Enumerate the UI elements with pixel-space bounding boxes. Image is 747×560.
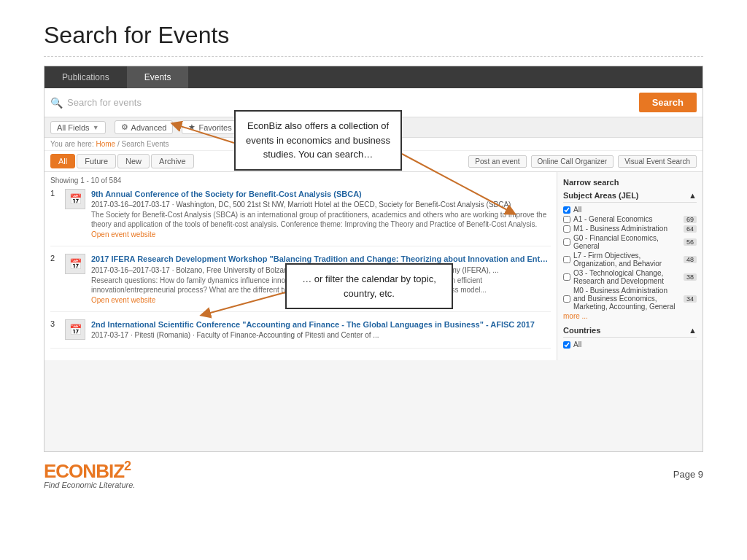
logo-biz: BIZ — [96, 460, 124, 482]
filter-m0-count: 34 — [684, 295, 697, 303]
filter-item-m1: M1 - Business Administration 64 — [563, 225, 697, 233]
results-count: Showing 1 - 10 of 584 — [50, 176, 551, 184]
search-button[interactable]: Search — [639, 93, 697, 112]
all-fields-filter[interactable]: All Fields ▼ — [50, 121, 106, 134]
filter-item-l7: L7 - Firm Objectives, Organization, and … — [563, 252, 697, 268]
tab-all[interactable]: All — [50, 154, 75, 168]
subject-areas-label: Subject Areas (JEL) — [563, 191, 639, 200]
bottom-bar: ECONBIZ2 Find Economic Literature. Page … — [0, 452, 747, 489]
filter-g0-checkbox[interactable] — [563, 238, 570, 246]
post-event-button[interactable]: Post an event — [468, 155, 526, 168]
filter-a1-label: A1 - General Economics — [573, 215, 652, 223]
tab-actions: Post an event Online Call Organizer Visu… — [468, 155, 697, 168]
chevron-down-icon: ▼ — [93, 124, 99, 131]
narrow-search-title: Narrow search — [563, 178, 697, 187]
countries-section: Countries ▲ — [563, 326, 697, 338]
filter-m1-label: M1 - Business Administration — [573, 225, 667, 233]
filter-m0-label: M0 - Business Administration and Busines… — [573, 287, 681, 311]
result-date: 2017-03-17 · Pitesti (Romania) · Faculty… — [91, 331, 551, 339]
all-fields-label: All Fields — [57, 123, 90, 132]
filter-countries-all-label: All — [573, 341, 581, 349]
gear-icon: ⚙ — [121, 122, 128, 132]
filter-item-all: All — [563, 206, 697, 214]
filter-countries-all-checkbox[interactable] — [563, 341, 570, 349]
subject-areas-section: Subject Areas (JEL) ▲ — [563, 191, 697, 203]
filter-m1-count: 64 — [684, 225, 697, 233]
logo-econ: ECON — [44, 460, 96, 482]
nav-tab-events[interactable]: Events — [127, 66, 189, 88]
collapse-icon[interactable]: ▲ — [689, 191, 697, 200]
calendar-icon: 📅 — [65, 254, 85, 274]
online-call-organizer-button[interactable]: Online Call Organizer — [531, 155, 614, 168]
filter-o3-label: O3 - Technological Change, Research and … — [573, 269, 681, 285]
result-number: 1 — [50, 189, 59, 238]
callout-filter-info: … or filter the calendar by topic, count… — [285, 263, 453, 309]
search-icon: 🔍 — [50, 97, 63, 109]
page-title: Search for Events — [0, 0, 747, 56]
breadcrumb-home[interactable]: Home — [96, 140, 115, 148]
filter-l7-label: L7 - Firm Objectives, Organization, and … — [573, 252, 681, 268]
filter-l7-count: 48 — [684, 256, 697, 263]
result-body: 2nd International Scientific Conference … — [91, 319, 551, 341]
result-date: 2017-03-16–2017-03-17 · Washington, DC, … — [91, 201, 551, 209]
breadcrumb-current: Search Events — [122, 140, 169, 148]
logo-tagline: Find Economic Literature. — [44, 481, 135, 489]
tab-future[interactable]: Future — [77, 154, 116, 168]
filter-o3-checkbox[interactable] — [563, 273, 570, 281]
favorites-label: Favorites — [198, 123, 231, 132]
filter-all-label: All — [573, 206, 581, 214]
table-row: 3 📅 2nd International Scientific Confere… — [50, 319, 551, 349]
result-number: 3 — [50, 319, 59, 341]
callout-events-intro: EconBiz also offers a collection of even… — [234, 110, 402, 171]
advanced-label: Advanced — [131, 123, 167, 132]
filter-a1-checkbox[interactable] — [563, 216, 570, 223]
search-input[interactable]: Search for events — [67, 97, 639, 108]
visual-event-search-button[interactable]: Visual Event Search — [618, 155, 697, 168]
filter-g0-label: G0 - Financial Economics, General — [573, 234, 681, 250]
logo-text: ECONBIZ2 — [44, 459, 135, 481]
filter-o3-count: 38 — [684, 273, 697, 281]
calendar-icon: 📅 — [65, 189, 85, 209]
countries-label: Countries — [563, 326, 600, 335]
filter-item-o3: O3 - Technological Change, Research and … — [563, 269, 697, 285]
filter-g0-count: 56 — [684, 238, 697, 246]
filter-item-m0: M0 - Business Administration and Busines… — [563, 287, 697, 311]
filter-a1-count: 69 — [684, 216, 697, 223]
callout-2-text: … or filter the calendar by topic, count… — [302, 273, 436, 299]
favorites-filter[interactable]: ★ Favorites — [182, 120, 238, 134]
more-link[interactable]: more ... — [563, 312, 697, 320]
result-link[interactable]: Open event website — [91, 230, 551, 238]
result-title[interactable]: 9th Annual Conference of the Society for… — [91, 189, 551, 199]
result-number: 2 — [50, 254, 59, 303]
divider — [44, 56, 703, 57]
filter-m0-checkbox[interactable] — [563, 295, 570, 303]
advanced-filter[interactable]: ⚙ Advanced — [115, 120, 174, 134]
screenshot-container: Publications Events 🔍 Search for events … — [44, 66, 703, 452]
tab-archive[interactable]: Archive — [151, 154, 194, 168]
filter-l7-checkbox[interactable] — [563, 256, 570, 263]
filter-item-countries-all: All — [563, 341, 697, 349]
result-title[interactable]: 2nd International Scientific Conference … — [91, 319, 551, 330]
filter-item-a1: A1 - General Economics 69 — [563, 215, 697, 223]
table-row: 1 📅 9th Annual Conference of the Society… — [50, 189, 551, 246]
result-body: 9th Annual Conference of the Society for… — [91, 189, 551, 238]
narrow-search-sidebar: Narrow search Subject Areas (JEL) ▲ All … — [557, 172, 703, 360]
filter-item-g0: G0 - Financial Economics, General 56 — [563, 234, 697, 250]
countries-collapse-icon[interactable]: ▲ — [689, 326, 697, 335]
logo: ECONBIZ2 Find Economic Literature. — [44, 459, 135, 489]
tab-new[interactable]: New — [117, 154, 150, 168]
logo-number: 2 — [124, 459, 131, 473]
star-icon: ★ — [188, 122, 196, 132]
nav-tab-publications[interactable]: Publications — [44, 66, 127, 88]
calendar-icon: 📅 — [65, 319, 85, 340]
callout-1-text: EconBiz also offers a collection of even… — [246, 120, 390, 160]
filter-m1-checkbox[interactable] — [563, 225, 570, 233]
filter-all-checkbox[interactable] — [563, 206, 570, 214]
nav-bar: Publications Events — [44, 66, 703, 88]
page-number: Page 9 — [673, 469, 703, 480]
result-description: The Society for Benefit-Cost Analysis (S… — [91, 210, 551, 229]
